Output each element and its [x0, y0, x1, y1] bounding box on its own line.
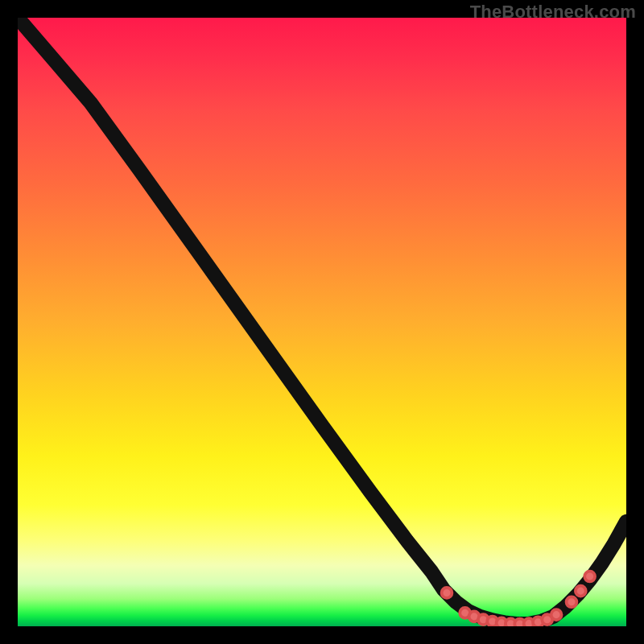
- curve-layer: [18, 18, 626, 626]
- highlight-point: [567, 597, 577, 607]
- highlight-point: [551, 609, 562, 620]
- highlight-points: [442, 572, 596, 626]
- plot-area: [18, 18, 626, 626]
- watermark-text: TheBottleneck.com: [470, 2, 636, 23]
- highlight-point: [576, 586, 586, 597]
- bottleneck-curve: [18, 18, 626, 624]
- highlight-point: [442, 588, 452, 598]
- chart-frame: TheBottleneck.com: [0, 0, 644, 644]
- highlight-point: [584, 572, 595, 582]
